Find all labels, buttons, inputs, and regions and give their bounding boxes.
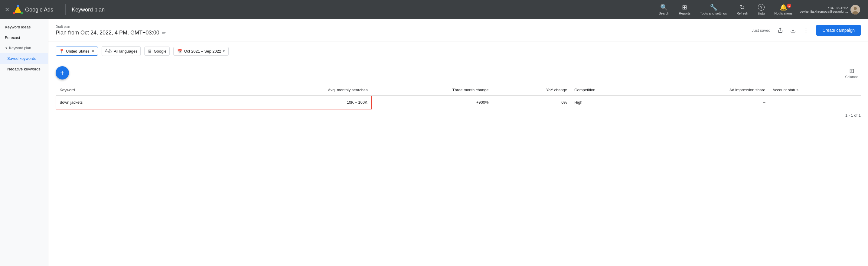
pagination: 1 - 1 of 1 xyxy=(56,109,861,121)
location-icon: 📍 xyxy=(59,49,64,54)
filters-bar: 📍 United States ✕ Aあ All languages 🖥 Goo… xyxy=(49,41,868,61)
table-toolbar: + ⊞ Columns xyxy=(56,66,861,80)
columns-label: Columns xyxy=(845,75,858,78)
date-filter-label: Oct 2021 – Sep 2022 xyxy=(184,49,221,54)
download-button[interactable] xyxy=(788,25,798,35)
date-filter[interactable]: 📅 Oct 2021 – Sep 2022 ▾ xyxy=(173,47,229,56)
search-nav-button[interactable]: 🔍 Search xyxy=(654,2,674,18)
reports-icon: ⊞ xyxy=(682,4,687,10)
network-icon: 🖥 xyxy=(148,49,152,54)
tools-icon: 🔧 xyxy=(710,4,717,10)
language-filter-label: All languages xyxy=(114,49,137,54)
user-phone: 710-133-1652 xyxy=(827,6,848,10)
top-nav-actions: 🔍 Search ⊞ Reports 🔧 Tools and settings … xyxy=(654,1,797,18)
refresh-icon: ↻ xyxy=(740,4,745,10)
download-icon xyxy=(790,28,796,33)
sidebar-item-keyword-ideas[interactable]: Keyword ideas xyxy=(0,22,48,32)
help-icon: ? xyxy=(758,4,765,10)
table-header: Keyword ↑ Avg. monthly searches Three mo… xyxy=(56,85,861,96)
share-button[interactable] xyxy=(775,25,785,35)
reports-label: Reports xyxy=(679,11,691,15)
chevron-down-icon: ▼ xyxy=(5,46,8,50)
location-filter-label: United States xyxy=(66,49,90,54)
chevron-down-icon: ▾ xyxy=(223,49,225,53)
notifications-nav-button[interactable]: 🔔 1 Notifications xyxy=(770,2,797,18)
more-options-button[interactable]: ⋮ xyxy=(801,24,811,36)
add-keyword-button[interactable]: + xyxy=(56,66,69,79)
sort-asc-icon[interactable]: ↑ xyxy=(77,88,79,92)
cell-three-month: +900% xyxy=(371,96,492,109)
refresh-nav-button[interactable]: ↻ Refresh xyxy=(732,2,752,18)
app-name-label: Google Ads xyxy=(25,7,53,13)
tools-nav-button[interactable]: 🔧 Tools and settings xyxy=(696,2,731,18)
col-keyword-label: Keyword xyxy=(60,88,75,92)
edit-icon[interactable]: ✏ xyxy=(162,30,166,36)
col-three-month: Three month change xyxy=(371,85,492,96)
help-label: Help xyxy=(758,12,765,15)
sidebar: Keyword ideas Forecast ▼ Keyword plan Sa… xyxy=(0,19,49,266)
plan-header-right: Just saved ⋮ C xyxy=(751,24,861,36)
plan-header-left: Draft plan Plan from Oct 24, 2022, 4 PM,… xyxy=(56,25,166,36)
search-label: Search xyxy=(659,11,669,15)
col-competition: Competition xyxy=(571,85,649,96)
cell-yoy: 0% xyxy=(492,96,571,109)
cell-avg-monthly: 10K – 100K xyxy=(241,96,371,109)
svg-point-1 xyxy=(17,5,19,7)
page-title: Keyword plan xyxy=(72,7,105,13)
plan-title-text: Plan from Oct 24, 2022, 4 PM, GMT+03:00 xyxy=(56,30,159,36)
sidebar-item-keyword-plan-label: Keyword plan xyxy=(9,46,31,50)
sidebar-item-keyword-plan[interactable]: ▼ Keyword plan xyxy=(0,43,48,53)
reports-nav-button[interactable]: ⊞ Reports xyxy=(675,2,695,18)
table-header-row: Keyword ↑ Avg. monthly searches Three mo… xyxy=(56,85,861,96)
cell-ad-impression: – xyxy=(649,96,769,109)
sidebar-item-forecast-label: Forecast xyxy=(5,35,20,40)
notification-badge: 1 xyxy=(787,4,791,8)
language-icon: Aあ xyxy=(105,48,112,54)
sidebar-item-saved-keywords-label: Saved keywords xyxy=(7,56,36,61)
sidebar-item-negative-keywords[interactable]: Negative keywords xyxy=(0,64,48,74)
avatar xyxy=(850,5,860,14)
location-filter[interactable]: 📍 United States ✕ xyxy=(56,46,98,56)
saved-status: Just saved xyxy=(751,28,770,33)
nav-divider xyxy=(65,4,66,15)
share-icon xyxy=(778,28,783,33)
cell-keyword: down jackets xyxy=(56,96,241,109)
google-ads-logo-icon xyxy=(13,5,23,14)
svg-point-5 xyxy=(854,7,857,10)
notifications-label: Notifications xyxy=(774,11,793,15)
pagination-label: 1 - 1 of 1 xyxy=(845,113,861,118)
user-email: yevheniia.khromova@serankin... xyxy=(800,10,848,13)
app-logo: Google Ads xyxy=(13,5,53,14)
plan-title: Plan from Oct 24, 2022, 4 PM, GMT+03:00 … xyxy=(56,30,166,36)
sidebar-item-keyword-ideas-label: Keyword ideas xyxy=(5,25,31,29)
tools-label: Tools and settings xyxy=(700,11,727,15)
draft-label: Draft plan xyxy=(56,25,166,28)
main-content: Draft plan Plan from Oct 24, 2022, 4 PM,… xyxy=(49,19,868,266)
table-area: + ⊞ Columns Keyword ↑ Avg. monthly searc… xyxy=(49,61,868,126)
search-icon: 🔍 xyxy=(660,4,668,10)
refresh-label: Refresh xyxy=(737,11,748,15)
main-layout: Keyword ideas Forecast ▼ Keyword plan Sa… xyxy=(0,19,868,266)
keywords-table: Keyword ↑ Avg. monthly searches Three mo… xyxy=(56,85,861,109)
close-button[interactable]: ✕ xyxy=(5,6,9,13)
language-filter[interactable]: Aあ All languages xyxy=(102,46,141,56)
columns-button[interactable]: ⊞ Columns xyxy=(843,66,861,80)
user-menu[interactable]: 710-133-1652 yevheniia.khromova@serankin… xyxy=(797,3,863,16)
col-account-status: Account status xyxy=(769,85,861,96)
sidebar-item-negative-keywords-label: Negative keywords xyxy=(7,67,40,71)
location-close-icon[interactable]: ✕ xyxy=(91,49,95,54)
top-navigation: ✕ Google Ads Keyword plan 🔍 Search ⊞ Rep… xyxy=(0,0,868,19)
avatar-image xyxy=(850,5,860,14)
sidebar-item-saved-keywords[interactable]: Saved keywords xyxy=(0,53,48,64)
col-keyword: Keyword ↑ xyxy=(56,85,241,96)
create-campaign-button[interactable]: Create campaign xyxy=(816,25,861,36)
plan-actions: ⋮ xyxy=(775,24,811,36)
columns-icon: ⊞ xyxy=(849,67,855,74)
plan-header: Draft plan Plan from Oct 24, 2022, 4 PM,… xyxy=(49,19,868,41)
cell-competition: High xyxy=(571,96,649,109)
network-filter[interactable]: 🖥 Google xyxy=(144,46,170,56)
col-yoy: YoY change xyxy=(492,85,571,96)
sidebar-item-forecast[interactable]: Forecast xyxy=(0,32,48,43)
notifications-icon: 🔔 xyxy=(780,4,787,10)
help-nav-button[interactable]: ? Help xyxy=(754,1,769,18)
